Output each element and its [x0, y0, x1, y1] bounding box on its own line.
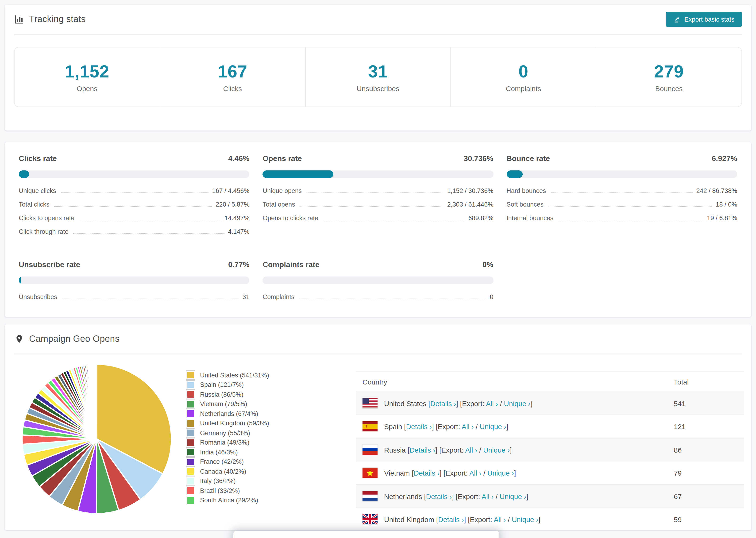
legend-swatch-icon	[186, 400, 195, 409]
legend-pct: 5%	[232, 391, 242, 398]
legend-value: 121	[220, 381, 231, 389]
bracket: ]	[526, 492, 528, 500]
legend-pct: 3%	[227, 449, 236, 456]
campaign-geo-opens-card: Campaign Geo Opens United States ( 541 /…	[5, 324, 751, 530]
details-link[interactable]: Details ›	[414, 469, 440, 477]
export-all-link[interactable]: All ›	[494, 515, 506, 523]
geo-content: United States ( 541 / 31% )Spain ( 121 /…	[5, 354, 751, 530]
dotted-leader	[73, 233, 224, 234]
legend-item[interactable]: Canada ( 40 / 2% )	[186, 467, 350, 476]
rate-panel-opens-rate: Opens rate30.736%Unique opens1,152 / 30.…	[263, 154, 494, 242]
dotted-leader	[551, 192, 692, 193]
export-all-link[interactable]: All ›	[486, 399, 498, 407]
legend-pct: 31%	[254, 372, 267, 379]
geo-header: Campaign Geo Opens	[5, 324, 751, 353]
bracket: [	[412, 469, 414, 477]
rate-value: 0.77%	[228, 260, 249, 269]
legend-item[interactable]: Vietnam ( 79 / 5% )	[186, 399, 350, 409]
legend-swatch-icon	[186, 438, 195, 447]
legend-country: South Africa	[200, 497, 234, 504]
country-cell: United Kingdom [Details ›] [Export: All …	[362, 514, 674, 524]
legend-value: 79	[227, 401, 234, 408]
legend-item[interactable]: Romania ( 49 / 3% )	[186, 438, 350, 447]
legend-item[interactable]: United States ( 541 / 31% )	[186, 370, 350, 380]
export-unique-link[interactable]: Unique ›	[487, 469, 514, 477]
legend-item[interactable]: Spain ( 121 / 7% )	[186, 380, 350, 390]
tracking-stats-card: Tracking stats Export basic stats 1,152O…	[5, 5, 751, 131]
export-basic-stats-button[interactable]: Export basic stats	[666, 12, 742, 27]
details-link[interactable]: Details ›	[406, 422, 432, 430]
legend-item[interactable]: India ( 46 / 3% )	[186, 447, 350, 457]
legend-pct: 2%	[247, 497, 256, 504]
legend-item[interactable]: Brazil ( 33 / 2% )	[186, 486, 350, 496]
legend-value: 541	[242, 372, 253, 379]
flag-ru-icon	[362, 445, 378, 455]
legend-item[interactable]: Italy ( 36 / 2% )	[186, 476, 350, 486]
flag-vn-icon	[362, 467, 378, 478]
detail-value: 167 / 4.456%	[212, 187, 249, 194]
country-cell: Russia [Details ›] [Export: All › / Uniq…	[362, 445, 674, 455]
legend-item[interactable]: United Kingdom ( 59 / 3% )	[186, 418, 350, 428]
legend-swatch-color	[188, 401, 194, 407]
country-links: Netherlands [Details ›] [Export: All › /…	[384, 492, 528, 500]
legend-country: Spain	[200, 381, 216, 389]
legend-swatch-icon	[186, 409, 195, 418]
legend-item[interactable]: Netherlands ( 67 / 4% )	[186, 409, 350, 418]
bracket: ]	[514, 469, 516, 477]
dotted-leader	[558, 220, 703, 220]
legend-item[interactable]: South Africa ( 29 / 2% )	[186, 496, 350, 505]
total-cell: 59	[674, 515, 737, 523]
header-divider	[14, 34, 742, 35]
export-unique-link[interactable]: Unique ›	[483, 446, 510, 454]
export-unique-link[interactable]: Unique ›	[512, 515, 538, 523]
slash: /	[508, 515, 510, 523]
export-all-link[interactable]: All ›	[465, 446, 477, 454]
legend-item[interactable]: France ( 42 / 2% )	[186, 457, 350, 467]
legend-country: India	[200, 449, 214, 456]
detail-label: Complaints	[263, 294, 295, 300]
legend-value: 46	[218, 449, 225, 456]
stat-summary-row: 1,152Opens167Clicks31Unsubscribes0Compla…	[14, 47, 742, 107]
rate-detail-row: Soft bounces18 / 0%	[507, 201, 737, 215]
export-unique-link[interactable]: Unique ›	[504, 399, 530, 407]
export-unique-link[interactable]: Unique ›	[500, 492, 526, 500]
legend-swatch-icon	[186, 457, 195, 467]
country-name: Vietnam	[384, 469, 410, 477]
legend-value: 59	[249, 420, 256, 427]
country-name: Russia	[384, 446, 406, 454]
legend-swatch-icon	[186, 428, 195, 438]
bracket: [	[456, 492, 458, 500]
rate-panel-bounce-rate: Bounce rate6.927%Hard bounces242 / 86.73…	[507, 154, 737, 242]
legend-pct: 5%	[236, 401, 245, 408]
page: Tracking stats Export basic stats 1,152O…	[0, 0, 756, 538]
legend-item[interactable]: Germany ( 55 / 3% )	[186, 428, 350, 438]
legend-swatch-color	[188, 488, 194, 494]
export-unique-link[interactable]: Unique ›	[480, 422, 506, 430]
legend-item[interactable]: Russia ( 86 / 5% )	[186, 390, 350, 399]
export-all-link[interactable]: All ›	[461, 422, 474, 430]
slash: /	[496, 492, 498, 500]
country-links: United Kingdom [Details ›] [Export: All …	[384, 515, 540, 523]
rate-title: Unsubscribe rate	[19, 260, 80, 269]
detail-value: 18 / 0%	[716, 201, 737, 208]
rate-detail-row: Unsubscribes31	[19, 294, 249, 307]
pie-slice-other[interactable]	[96, 364, 97, 439]
country-name: Spain	[384, 422, 402, 430]
progress-bar-fill	[19, 277, 21, 284]
details-link[interactable]: Details ›	[438, 515, 464, 523]
details-link[interactable]: Details ›	[430, 399, 456, 407]
legend-pct: 3%	[238, 439, 247, 446]
country-cell: Netherlands [Details ›] [Export: All › /…	[362, 491, 674, 501]
legend-swatch-color	[188, 382, 194, 388]
bracket: ]	[538, 515, 540, 523]
export-all-link[interactable]: All ›	[469, 469, 482, 477]
geo-country-table: CountryTotalUnited States [Details ›] [E…	[356, 371, 744, 530]
progress-bar	[19, 170, 249, 178]
legend-swatch-icon	[186, 371, 195, 380]
export-all-link[interactable]: All ›	[482, 492, 494, 500]
details-link[interactable]: Details ›	[409, 446, 435, 454]
stat-value: 31	[368, 62, 388, 81]
export-icon	[674, 16, 681, 23]
details-link[interactable]: Details ›	[426, 492, 452, 500]
map-pin-icon	[14, 334, 25, 344]
